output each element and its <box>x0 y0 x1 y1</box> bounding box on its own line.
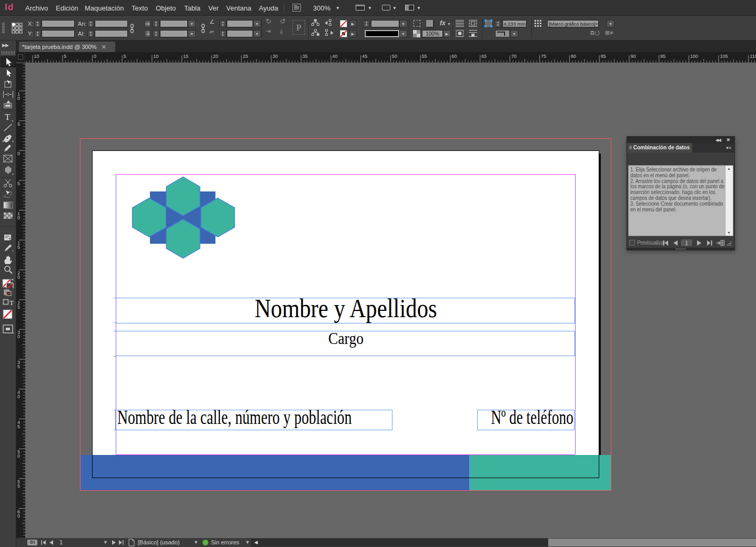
svg-text:80: 80 <box>571 54 576 59</box>
svg-text:75: 75 <box>541 54 546 59</box>
svg-text:5: 5 <box>17 121 20 127</box>
svg-text:0: 0 <box>17 275 20 280</box>
svg-text:40: 40 <box>332 54 338 59</box>
svg-text:85: 85 <box>601 54 606 59</box>
svg-text:95: 95 <box>660 54 666 59</box>
svg-text:100: 100 <box>690 54 698 59</box>
svg-text:5: 5 <box>17 305 20 310</box>
svg-text:T: T <box>5 112 11 122</box>
svg-text:5: 5 <box>17 424 20 429</box>
svg-text:70: 70 <box>511 54 517 59</box>
svg-text:50: 50 <box>392 54 397 59</box>
svg-text:20: 20 <box>213 54 218 59</box>
svg-text:45: 45 <box>362 54 367 59</box>
svg-text:5: 5 <box>64 54 66 59</box>
svg-text:55: 55 <box>422 54 427 59</box>
svg-text:0: 0 <box>17 151 20 156</box>
svg-text:15: 15 <box>183 54 188 59</box>
svg-text:60: 60 <box>451 54 457 59</box>
svg-text:0: 0 <box>17 394 20 399</box>
svg-text:5: 5 <box>17 245 20 250</box>
svg-text:90: 90 <box>630 54 636 59</box>
svg-text:0: 0 <box>17 215 20 220</box>
svg-text:T: T <box>9 299 14 307</box>
svg-text:65: 65 <box>481 54 487 59</box>
svg-text:110: 110 <box>750 54 756 59</box>
svg-text:0: 0 <box>17 96 20 101</box>
svg-text:0: 0 <box>17 513 20 519</box>
svg-text:0: 0 <box>94 54 96 59</box>
svg-text:10: 10 <box>153 54 158 59</box>
svg-text:25: 25 <box>243 54 248 59</box>
svg-text:0: 0 <box>17 334 20 339</box>
svg-text:10: 10 <box>34 54 39 59</box>
svg-text:5: 5 <box>17 483 20 489</box>
svg-text:35: 35 <box>303 54 308 59</box>
svg-text:5: 5 <box>17 181 20 186</box>
svg-text:5: 5 <box>17 364 20 369</box>
svg-text:30: 30 <box>273 54 278 59</box>
svg-text:0: 0 <box>17 453 20 459</box>
svg-text:5: 5 <box>124 54 126 59</box>
svg-text:105: 105 <box>720 54 728 59</box>
